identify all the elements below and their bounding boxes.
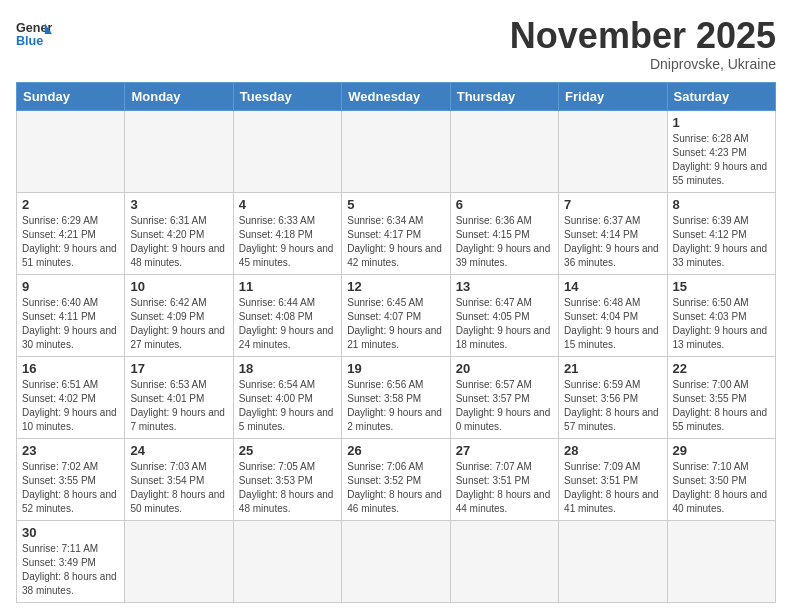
- calendar-cell: [17, 110, 125, 192]
- calendar-cell: 19Sunrise: 6:56 AM Sunset: 3:58 PM Dayli…: [342, 356, 450, 438]
- calendar-cell: 10Sunrise: 6:42 AM Sunset: 4:09 PM Dayli…: [125, 274, 233, 356]
- calendar-cell: 13Sunrise: 6:47 AM Sunset: 4:05 PM Dayli…: [450, 274, 558, 356]
- day-info: Sunrise: 6:36 AM Sunset: 4:15 PM Dayligh…: [456, 214, 553, 270]
- svg-text:Blue: Blue: [16, 34, 43, 48]
- day-info: Sunrise: 7:10 AM Sunset: 3:50 PM Dayligh…: [673, 460, 770, 516]
- logo: General Blue: [16, 16, 52, 52]
- calendar-cell: 21Sunrise: 6:59 AM Sunset: 3:56 PM Dayli…: [559, 356, 667, 438]
- calendar-cell: [559, 110, 667, 192]
- calendar-row-3: 9Sunrise: 6:40 AM Sunset: 4:11 PM Daylig…: [17, 274, 776, 356]
- calendar-cell: 12Sunrise: 6:45 AM Sunset: 4:07 PM Dayli…: [342, 274, 450, 356]
- calendar-cell: [559, 520, 667, 602]
- weekday-header-monday: Monday: [125, 82, 233, 110]
- day-number: 21: [564, 361, 661, 376]
- day-number: 30: [22, 525, 119, 540]
- day-info: Sunrise: 6:31 AM Sunset: 4:20 PM Dayligh…: [130, 214, 227, 270]
- day-number: 22: [673, 361, 770, 376]
- calendar-cell: 26Sunrise: 7:06 AM Sunset: 3:52 PM Dayli…: [342, 438, 450, 520]
- day-number: 18: [239, 361, 336, 376]
- calendar-cell: 30Sunrise: 7:11 AM Sunset: 3:49 PM Dayli…: [17, 520, 125, 602]
- day-info: Sunrise: 6:45 AM Sunset: 4:07 PM Dayligh…: [347, 296, 444, 352]
- calendar-row-1: 1Sunrise: 6:28 AM Sunset: 4:23 PM Daylig…: [17, 110, 776, 192]
- day-info: Sunrise: 6:50 AM Sunset: 4:03 PM Dayligh…: [673, 296, 770, 352]
- day-number: 11: [239, 279, 336, 294]
- day-info: Sunrise: 7:03 AM Sunset: 3:54 PM Dayligh…: [130, 460, 227, 516]
- calendar-cell: 9Sunrise: 6:40 AM Sunset: 4:11 PM Daylig…: [17, 274, 125, 356]
- day-info: Sunrise: 6:29 AM Sunset: 4:21 PM Dayligh…: [22, 214, 119, 270]
- title-area: November 2025 Dniprovske, Ukraine: [510, 16, 776, 72]
- day-info: Sunrise: 7:00 AM Sunset: 3:55 PM Dayligh…: [673, 378, 770, 434]
- calendar-cell: 2Sunrise: 6:29 AM Sunset: 4:21 PM Daylig…: [17, 192, 125, 274]
- day-info: Sunrise: 6:57 AM Sunset: 3:57 PM Dayligh…: [456, 378, 553, 434]
- calendar-cell: 23Sunrise: 7:02 AM Sunset: 3:55 PM Dayli…: [17, 438, 125, 520]
- day-number: 8: [673, 197, 770, 212]
- day-info: Sunrise: 7:05 AM Sunset: 3:53 PM Dayligh…: [239, 460, 336, 516]
- day-info: Sunrise: 7:11 AM Sunset: 3:49 PM Dayligh…: [22, 542, 119, 598]
- weekday-header-tuesday: Tuesday: [233, 82, 341, 110]
- day-number: 20: [456, 361, 553, 376]
- day-number: 15: [673, 279, 770, 294]
- calendar-cell: 11Sunrise: 6:44 AM Sunset: 4:08 PM Dayli…: [233, 274, 341, 356]
- day-number: 17: [130, 361, 227, 376]
- day-info: Sunrise: 6:51 AM Sunset: 4:02 PM Dayligh…: [22, 378, 119, 434]
- day-number: 6: [456, 197, 553, 212]
- calendar-cell: [125, 110, 233, 192]
- calendar-row-2: 2Sunrise: 6:29 AM Sunset: 4:21 PM Daylig…: [17, 192, 776, 274]
- calendar-cell: 29Sunrise: 7:10 AM Sunset: 3:50 PM Dayli…: [667, 438, 775, 520]
- day-info: Sunrise: 6:40 AM Sunset: 4:11 PM Dayligh…: [22, 296, 119, 352]
- calendar-cell: 15Sunrise: 6:50 AM Sunset: 4:03 PM Dayli…: [667, 274, 775, 356]
- calendar-cell: 1Sunrise: 6:28 AM Sunset: 4:23 PM Daylig…: [667, 110, 775, 192]
- day-info: Sunrise: 6:42 AM Sunset: 4:09 PM Dayligh…: [130, 296, 227, 352]
- page-header: General Blue November 2025 Dniprovske, U…: [16, 16, 776, 72]
- day-number: 26: [347, 443, 444, 458]
- location: Dniprovske, Ukraine: [510, 56, 776, 72]
- day-number: 27: [456, 443, 553, 458]
- calendar-cell: [450, 520, 558, 602]
- day-number: 14: [564, 279, 661, 294]
- day-info: Sunrise: 6:39 AM Sunset: 4:12 PM Dayligh…: [673, 214, 770, 270]
- calendar-cell: 8Sunrise: 6:39 AM Sunset: 4:12 PM Daylig…: [667, 192, 775, 274]
- calendar-cell: 5Sunrise: 6:34 AM Sunset: 4:17 PM Daylig…: [342, 192, 450, 274]
- day-number: 4: [239, 197, 336, 212]
- calendar-cell: 28Sunrise: 7:09 AM Sunset: 3:51 PM Dayli…: [559, 438, 667, 520]
- day-info: Sunrise: 7:09 AM Sunset: 3:51 PM Dayligh…: [564, 460, 661, 516]
- calendar-cell: 27Sunrise: 7:07 AM Sunset: 3:51 PM Dayli…: [450, 438, 558, 520]
- weekday-header-saturday: Saturday: [667, 82, 775, 110]
- calendar-cell: 17Sunrise: 6:53 AM Sunset: 4:01 PM Dayli…: [125, 356, 233, 438]
- weekday-header-wednesday: Wednesday: [342, 82, 450, 110]
- day-info: Sunrise: 6:44 AM Sunset: 4:08 PM Dayligh…: [239, 296, 336, 352]
- day-info: Sunrise: 6:33 AM Sunset: 4:18 PM Dayligh…: [239, 214, 336, 270]
- calendar-cell: 20Sunrise: 6:57 AM Sunset: 3:57 PM Dayli…: [450, 356, 558, 438]
- day-number: 24: [130, 443, 227, 458]
- calendar-cell: 18Sunrise: 6:54 AM Sunset: 4:00 PM Dayli…: [233, 356, 341, 438]
- day-number: 23: [22, 443, 119, 458]
- day-info: Sunrise: 6:28 AM Sunset: 4:23 PM Dayligh…: [673, 132, 770, 188]
- day-info: Sunrise: 6:34 AM Sunset: 4:17 PM Dayligh…: [347, 214, 444, 270]
- day-number: 1: [673, 115, 770, 130]
- day-info: Sunrise: 7:07 AM Sunset: 3:51 PM Dayligh…: [456, 460, 553, 516]
- calendar-cell: [125, 520, 233, 602]
- day-info: Sunrise: 6:54 AM Sunset: 4:00 PM Dayligh…: [239, 378, 336, 434]
- calendar-row-6: 30Sunrise: 7:11 AM Sunset: 3:49 PM Dayli…: [17, 520, 776, 602]
- day-info: Sunrise: 6:53 AM Sunset: 4:01 PM Dayligh…: [130, 378, 227, 434]
- day-number: 5: [347, 197, 444, 212]
- weekday-header-sunday: Sunday: [17, 82, 125, 110]
- calendar-cell: [233, 520, 341, 602]
- calendar-cell: [342, 520, 450, 602]
- day-number: 16: [22, 361, 119, 376]
- day-number: 7: [564, 197, 661, 212]
- day-info: Sunrise: 7:02 AM Sunset: 3:55 PM Dayligh…: [22, 460, 119, 516]
- day-info: Sunrise: 7:06 AM Sunset: 3:52 PM Dayligh…: [347, 460, 444, 516]
- calendar-cell: 3Sunrise: 6:31 AM Sunset: 4:20 PM Daylig…: [125, 192, 233, 274]
- month-title: November 2025: [510, 16, 776, 56]
- day-info: Sunrise: 6:59 AM Sunset: 3:56 PM Dayligh…: [564, 378, 661, 434]
- calendar-cell: 7Sunrise: 6:37 AM Sunset: 4:14 PM Daylig…: [559, 192, 667, 274]
- calendar-table: SundayMondayTuesdayWednesdayThursdayFrid…: [16, 82, 776, 603]
- calendar-row-5: 23Sunrise: 7:02 AM Sunset: 3:55 PM Dayli…: [17, 438, 776, 520]
- weekday-header-friday: Friday: [559, 82, 667, 110]
- calendar-cell: [450, 110, 558, 192]
- day-number: 9: [22, 279, 119, 294]
- day-number: 25: [239, 443, 336, 458]
- day-info: Sunrise: 6:48 AM Sunset: 4:04 PM Dayligh…: [564, 296, 661, 352]
- calendar-cell: 22Sunrise: 7:00 AM Sunset: 3:55 PM Dayli…: [667, 356, 775, 438]
